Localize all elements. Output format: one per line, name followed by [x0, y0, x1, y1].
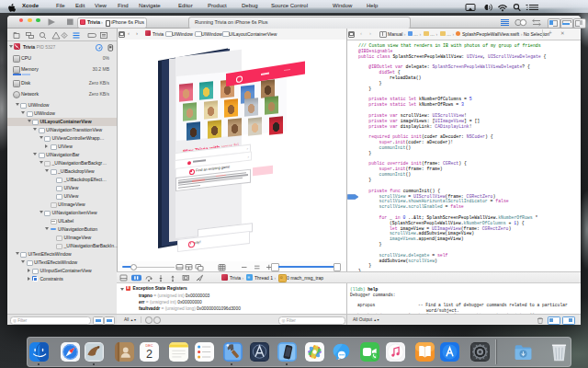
svg-text:2: 2: [145, 348, 152, 361]
